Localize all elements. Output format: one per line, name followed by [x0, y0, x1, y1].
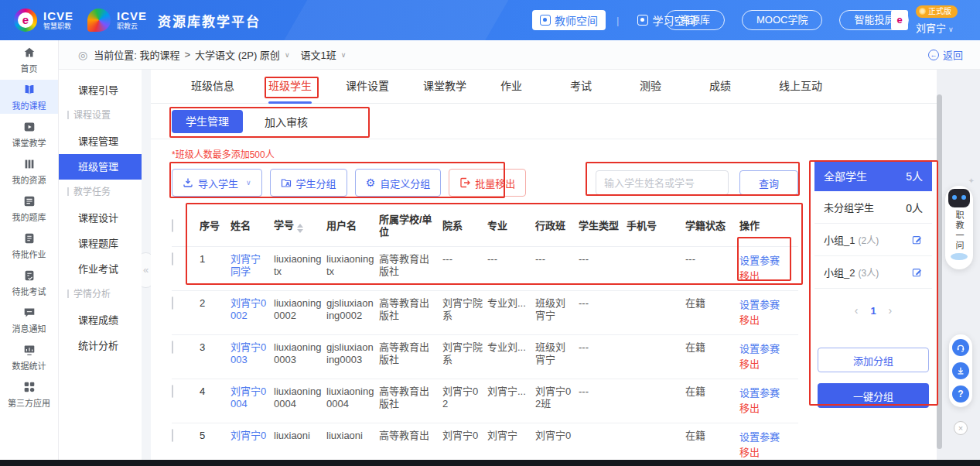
set-contest-link[interactable]: 设置参赛: [739, 253, 794, 269]
open-book-icon: [22, 83, 36, 97]
ungrouped-students-row[interactable]: 未分组学生 0人: [814, 191, 932, 224]
sort-icon[interactable]: [297, 224, 303, 233]
sidebar-item-third-party-apps[interactable]: 第三方应用: [0, 377, 58, 411]
custom-grouping-button[interactable]: ⚙ 自定义分组: [355, 169, 442, 197]
next-page-icon[interactable]: ›: [889, 304, 893, 317]
sidebar-item-home[interactable]: 首页: [0, 43, 58, 77]
student-name-link[interactable]: 刘宵宁0: [230, 430, 269, 442]
sidebar-item-classroom-teaching[interactable]: 课堂教学: [0, 117, 58, 151]
auto-group-button[interactable]: 一键分组: [818, 383, 929, 408]
col-student-id[interactable]: 学号: [274, 219, 322, 233]
subtab-student-management[interactable]: 学生管理: [172, 110, 243, 133]
sidebar-item-my-resources[interactable]: 我的资源: [0, 154, 58, 188]
assistant-widget[interactable]: 职教一问: [945, 186, 973, 269]
school: 高等教育出版社: [379, 297, 438, 322]
menu-item-statistics-analysis[interactable]: 统计分析: [58, 333, 142, 358]
sidebar-item-notifications[interactable]: 消息通知: [0, 303, 58, 337]
menu-item-class-management[interactable]: 班级管理: [58, 154, 142, 180]
all-students-row[interactable]: 全部学生 5人: [814, 160, 932, 191]
tab-online-interaction[interactable]: 线上互动: [779, 70, 822, 104]
student-toolbar: 导入学生 ∨ 学生分组 ⚙ 自定义分组 批量移出 查询: [172, 169, 798, 197]
main-content: 班级信息 班级学生 课件设置 课堂教学 作业 考试 测验 成绩 线上互动 学生管…: [151, 70, 937, 460]
student-name-link[interactable]: 刘宵宁0003: [230, 341, 269, 366]
breadcrumb-my-courses[interactable]: 我的课程: [139, 47, 179, 62]
row-checkbox[interactable]: [172, 385, 173, 398]
current-page[interactable]: 1: [870, 305, 876, 317]
sidebar-item-my-courses[interactable]: 我的课程: [0, 80, 58, 114]
row-checkbox[interactable]: [172, 252, 173, 266]
logo-secondary-sub: 职教云: [117, 23, 147, 30]
menu-item-homework-exam[interactable]: 作业考试: [58, 256, 142, 282]
tab-homework[interactable]: 作业: [500, 70, 522, 104]
cloud-icon: [951, 253, 968, 260]
remove-student-link[interactable]: 移出: [739, 401, 794, 416]
student-name-link[interactable]: 刘宵宁0004: [230, 385, 269, 410]
batch-remove-button[interactable]: 批量移出: [449, 169, 526, 197]
set-contest-link[interactable]: 设置参赛: [739, 385, 794, 401]
group-row[interactable]: 小组_1 (2人): [814, 224, 932, 256]
subtab-join-review[interactable]: 加入审核: [265, 114, 308, 129]
query-button[interactable]: 查询: [739, 170, 798, 195]
menu-item-course-management[interactable]: 课程管理: [58, 128, 142, 154]
menu-item-course-guide[interactable]: 课程引导: [58, 77, 142, 103]
guide-doc-icon[interactable]: [891, 10, 908, 30]
student-name-link[interactable]: 刘宵宁0002: [230, 297, 269, 322]
tab-class-students[interactable]: 班级学生: [268, 70, 312, 104]
tab-grades[interactable]: 成绩: [709, 70, 731, 104]
remove-student-link[interactable]: 移出: [739, 269, 794, 284]
remove-student-link[interactable]: 移出: [739, 313, 794, 328]
tab-class-info[interactable]: 班级信息: [191, 70, 234, 104]
row-checkbox[interactable]: [172, 341, 173, 354]
breadcrumb-class-dropdown[interactable]: 语文1班: [300, 47, 336, 62]
back-button[interactable]: ← 返回: [928, 47, 963, 62]
import-icon: [183, 177, 193, 188]
sidebar-item-pending-exams[interactable]: 待批考试: [0, 266, 58, 300]
tab-courseware-settings[interactable]: 课件设置: [346, 70, 389, 104]
add-group-button[interactable]: 添加分组: [818, 348, 929, 372]
import-students-button[interactable]: 导入学生 ∨: [172, 169, 262, 197]
left-icon-rail: 首页 我的课程 课堂教学 我的资源 我的题库 待批作业 待批考试 消息通知 数据…: [0, 40, 58, 460]
vertical-scrollbar[interactable]: [937, 94, 942, 449]
edit-group-icon[interactable]: [912, 235, 923, 245]
user-caret-icon: ∨: [948, 26, 954, 33]
set-contest-link[interactable]: 设置参赛: [739, 341, 794, 357]
student-name-link[interactable]: 刘宵宁同学: [230, 253, 269, 278]
groups-pagination: ‹ 1 ›: [814, 301, 932, 320]
customer-service-button[interactable]: [952, 339, 969, 356]
menu-item-course-grades[interactable]: 课程成绩: [58, 307, 142, 333]
tab-exam[interactable]: 考试: [570, 70, 592, 104]
set-contest-link[interactable]: 设置参赛: [739, 297, 794, 313]
remove-student-link[interactable]: 移出: [739, 445, 794, 460]
set-contest-link[interactable]: 设置参赛: [739, 430, 794, 445]
menu-item-course-design[interactable]: 课程设计: [58, 205, 142, 231]
edit-group-icon[interactable]: [912, 267, 923, 278]
group-row[interactable]: 小组_2 (3人): [814, 256, 932, 289]
sidebar-item-question-bank[interactable]: 我的题库: [0, 191, 58, 225]
help-button[interactable]: ?: [952, 385, 969, 403]
row-checkbox[interactable]: [172, 296, 173, 310]
prev-page-icon[interactable]: ‹: [855, 304, 859, 317]
admin-class: 刘宵宁02班: [535, 385, 574, 410]
menu-item-course-question-bank[interactable]: 课程题库: [58, 231, 142, 256]
user-name: 刘宵宁: [916, 22, 946, 34]
student-grouping-button[interactable]: 学生分组: [270, 169, 347, 197]
teacher-space-tab[interactable]: 教师空间: [532, 10, 606, 30]
select-all-checkbox[interactable]: [172, 219, 173, 232]
row-checkbox[interactable]: [172, 429, 173, 442]
remove-student-link[interactable]: 移出: [739, 357, 794, 372]
student-search-input[interactable]: [596, 170, 729, 195]
sidebar-item-pending-homework[interactable]: 待批作业: [0, 228, 58, 262]
breadcrumb-course-dropdown[interactable]: 大学语文 (2P) 原创: [195, 47, 280, 62]
home-icon: [22, 46, 36, 60]
tab-quiz[interactable]: 测验: [640, 70, 661, 104]
group-name: 小组_2: [824, 265, 855, 279]
sidebar-item-data-statistics[interactable]: 数据统计: [0, 340, 58, 374]
download-button[interactable]: [952, 362, 969, 379]
resource-library-button[interactable]: 资源库: [665, 10, 725, 30]
tab-classroom-teaching[interactable]: 课堂教学: [423, 70, 466, 104]
header-quick-links: 资源库 MOOC学院 智能投屏: [665, 10, 909, 30]
mooc-academy-button[interactable]: MOOC学院: [742, 10, 822, 30]
user-menu[interactable]: 刘宵宁∨: [916, 20, 958, 35]
status: 在籍: [685, 385, 735, 398]
close-floating-toolbar-icon[interactable]: [954, 421, 968, 435]
